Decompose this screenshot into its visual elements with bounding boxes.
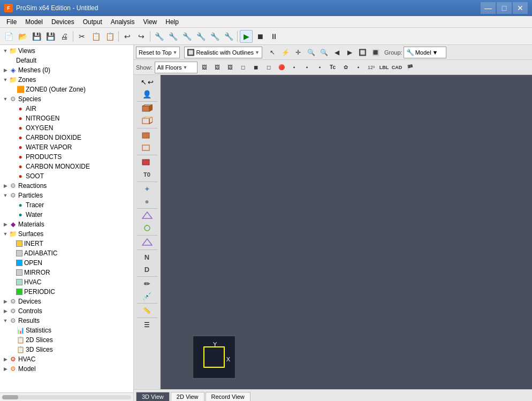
tree-item-reactions[interactable]: ▶ ⚙ Reactions (0, 181, 133, 191)
show-btn-1[interactable]: 🖼 (199, 62, 210, 73)
tree-item-hvac[interactable]: ▶ ⚙ HVAC (0, 354, 133, 364)
tree-item-tracer[interactable]: ● Tracer (0, 200, 133, 210)
box-tool-t0[interactable]: T0 (135, 169, 159, 180)
show-btn-lbl[interactable]: LBL (378, 62, 390, 73)
tool1-button[interactable]: 🔧 (153, 30, 165, 43)
tree-item-open[interactable]: OPEN (0, 258, 133, 268)
tree-item-co[interactable]: ● CARBON MONOXIDE (0, 162, 133, 171)
copy-button[interactable]: 📋 (89, 30, 102, 43)
show-btn-123[interactable]: 12³ (366, 62, 377, 73)
tree-item-co2[interactable]: ● CARBON DIOXIDE (0, 133, 133, 142)
show-btn-flower[interactable]: ✿ (340, 62, 352, 73)
cut-button[interactable]: ✂ (75, 30, 88, 43)
tool5-button[interactable]: 🔧 (208, 30, 221, 43)
tree-item-materials[interactable]: ▶ ◆ Materials (0, 220, 133, 229)
zoom-out-button[interactable]: 🔍 (318, 47, 330, 58)
paste-button[interactable]: 📋 (103, 30, 116, 43)
tree-item-2dslices[interactable]: 📋 2D Slices (0, 335, 133, 345)
list-tool[interactable]: ☰ (135, 319, 159, 331)
group-dropdown[interactable]: 🔧 Model ▼ (404, 47, 446, 58)
tab-record-view[interactable]: Record View (206, 392, 250, 401)
tile-button[interactable]: 🔳 (369, 47, 381, 58)
measure-tool[interactable]: 📏 (135, 305, 159, 316)
zoom-in-button[interactable]: 🔍 (305, 47, 317, 58)
select-tool[interactable]: ↖↩ (135, 76, 159, 88)
viewport-3d[interactable]: Y X (161, 75, 532, 389)
show-btn-2[interactable]: 🖼 (211, 62, 223, 73)
run-button[interactable]: ▶ (240, 30, 253, 43)
show-btn-6[interactable]: ◻ (263, 62, 275, 73)
tree-item-air[interactable]: ● AIR (0, 104, 133, 114)
frame-button[interactable]: 🔲 (356, 47, 368, 58)
maximize-button[interactable]: □ (497, 2, 512, 14)
show-btn-5[interactable]: ◼ (250, 62, 262, 73)
tree-item-zone0[interactable]: 🟧 ZONE0 (Outer Zone) (0, 85, 133, 94)
print-button[interactable]: 🖨 (58, 30, 71, 43)
star-tool[interactable]: ✦ (135, 183, 159, 195)
box-tool-2[interactable] (135, 115, 159, 127)
show-btn-cad[interactable]: CAD (391, 62, 403, 73)
open-button[interactable]: 📂 (16, 30, 29, 43)
menu-analysis[interactable]: Analysis (107, 17, 139, 27)
n-tool[interactable]: N (135, 251, 159, 263)
d-tool[interactable]: D (135, 263, 159, 275)
tool6-button[interactable]: 🔧 (222, 30, 235, 43)
tree-item-model[interactable]: ▶ ⚙ Model (0, 364, 133, 374)
tree-item-default[interactable]: Default (0, 56, 133, 65)
poly-tool-3[interactable] (135, 237, 159, 248)
tree-item-soot[interactable]: ● SOOT (0, 171, 133, 181)
pause-button[interactable]: ⏸ (268, 30, 280, 43)
tree-item-zones[interactable]: ▼ 📁 Zones (0, 75, 133, 85)
tree-item-controls[interactable]: ▶ ⚙ Controls (0, 306, 133, 316)
tree-item-mirror[interactable]: MIRROR (0, 268, 133, 277)
box-tool-5[interactable] (135, 156, 159, 168)
walk-button[interactable]: ⚡ (279, 47, 291, 58)
show-btn-3[interactable]: 🖼 (224, 62, 236, 73)
menu-devices[interactable]: Devices (47, 17, 79, 27)
show-btn-10[interactable]: ▪ (353, 62, 364, 73)
tool3-button[interactable]: 🔧 (180, 30, 193, 43)
floor-dropdown[interactable]: All Floors ▼ (155, 62, 197, 73)
tree-item-periodic[interactable]: PERIODIC (0, 287, 133, 297)
tab-3d-view[interactable]: 3D View (136, 392, 170, 401)
tab-2d-view[interactable]: 2D View (171, 392, 204, 401)
stop-button[interactable]: ⏹ (254, 30, 267, 43)
tree-item-devices[interactable]: ▶ ⚙ Devices (0, 297, 133, 306)
tree-item-statistics[interactable]: 📊 Statistics (0, 326, 133, 335)
cursor-button[interactable]: ↖ (267, 47, 278, 58)
prev-view-button[interactable]: ◀ (331, 47, 343, 58)
tool4-button[interactable]: 🔧 (194, 30, 207, 43)
tree-item-inert[interactable]: INERT (0, 239, 133, 248)
box-tool-4[interactable] (135, 142, 159, 154)
tree-item-surfaces[interactable]: ▼ 📁 Surfaces (0, 229, 133, 239)
tree-item-oxygen[interactable]: ● OXYGEN (0, 123, 133, 133)
show-btn-tc[interactable]: Tc (327, 62, 339, 73)
save-button[interactable]: 💾 (30, 30, 43, 43)
box-tool-3[interactable] (135, 130, 159, 141)
poly-tool-1[interactable] (135, 210, 159, 222)
tool2-button[interactable]: 🔧 (166, 30, 179, 43)
box-tool-1[interactable] (135, 103, 159, 115)
reset-to-top-dropdown[interactable]: Reset to Top ▼ (136, 47, 180, 58)
show-btn-fire[interactable]: 🔴 (276, 62, 287, 73)
dot-tool[interactable]: ● (135, 195, 159, 207)
render-mode-dropdown[interactable]: 🔲 Realistic with Outlines ▼ (184, 47, 262, 58)
show-btn-flag[interactable]: 🏴 (404, 62, 416, 73)
show-btn-9[interactable]: ▪ (314, 62, 326, 73)
inject-tool[interactable]: 💉 (135, 290, 159, 302)
tree-item-meshes[interactable]: ▶ ◈ Meshes (0) (0, 65, 133, 75)
tree-scrollbar-h[interactable] (0, 392, 133, 401)
menu-view[interactable]: View (139, 17, 161, 27)
person-tool[interactable]: 👤 (135, 88, 159, 100)
tree-item-particles[interactable]: ▼ ⚙ Particles (0, 191, 133, 200)
undo-button[interactable]: ↩ (121, 30, 134, 43)
tree-item-nitrogen[interactable]: ● NITROGEN (0, 114, 133, 123)
tree-item-products[interactable]: ● PRODUCTS (0, 152, 133, 162)
minimize-button[interactable]: — (481, 2, 496, 14)
menu-model[interactable]: Model (21, 17, 47, 27)
show-btn-8[interactable]: ▪ (301, 62, 313, 73)
next-view-button[interactable]: ▶ (344, 47, 355, 58)
tree-item-views[interactable]: ▼ 📁 Views (0, 46, 133, 56)
pan-button[interactable]: ✛ (292, 47, 304, 58)
save-as-button[interactable]: 💾 (44, 30, 57, 43)
